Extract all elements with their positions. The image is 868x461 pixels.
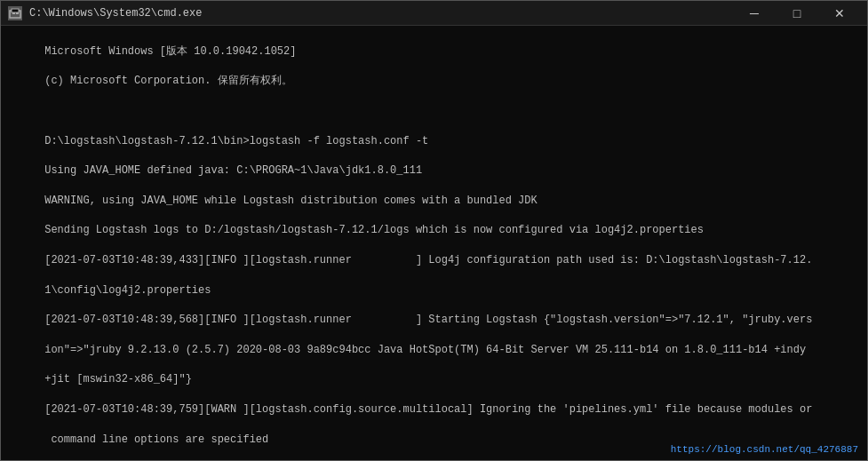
url-watermark: https://blog.csdn.net/qq_4276887 (671, 444, 858, 455)
line-12: +jit [mswin32-x86_64]"} (44, 373, 192, 385)
svg-rect-1 (12, 9, 19, 12)
close-button[interactable]: ✕ (819, 1, 860, 26)
svg-rect-3 (16, 12, 19, 14)
line-6: WARNING, using JAVA_HOME while Logstash … (44, 195, 538, 207)
line-10: [2021-07-03T10:48:39,568][INFO ][logstas… (44, 314, 812, 326)
titlebar: C:\Windows\System32\cmd.exe ─ □ ✕ (1, 1, 867, 26)
window-title: C:\Windows\System32\cmd.exe (29, 7, 734, 20)
line-7: Sending Logstash logs to D:/logstash/log… (44, 224, 704, 236)
line-5: Using JAVA_HOME defined java: C:\PROGRA~… (44, 164, 422, 177)
cmd-window: C:\Windows\System32\cmd.exe ─ □ ✕ Micros… (0, 0, 868, 461)
line-14: command line options are specified (44, 433, 268, 446)
line-4: D:\logstash\logstash-7.12.1\bin>logstash… (44, 135, 428, 147)
console-area[interactable]: Microsoft Windows [版本 10.0.19042.1052] (… (1, 26, 867, 460)
line-11: ion"=>"jruby 9.2.13.0 (2.5.7) 2020-08-03… (44, 344, 806, 356)
line-8: [2021-07-03T10:48:39,433][INFO ][logstas… (44, 254, 812, 266)
line-1: Microsoft Windows [版本 10.0.19042.1052] (44, 45, 296, 58)
window-icon (8, 6, 22, 20)
window-controls: ─ □ ✕ (734, 1, 860, 26)
console-output: Microsoft Windows [版本 10.0.19042.1052] (… (6, 29, 862, 460)
svg-rect-2 (12, 12, 15, 14)
minimize-button[interactable]: ─ (734, 1, 775, 26)
maximize-button[interactable]: □ (776, 1, 817, 26)
line-2: (c) Microsoft Corporation. 保留所有权利。 (44, 75, 291, 87)
line-13: [2021-07-03T10:48:39,759][WARN ][logstas… (44, 403, 812, 416)
line-9: 1\config\log4j2.properties (44, 284, 211, 297)
